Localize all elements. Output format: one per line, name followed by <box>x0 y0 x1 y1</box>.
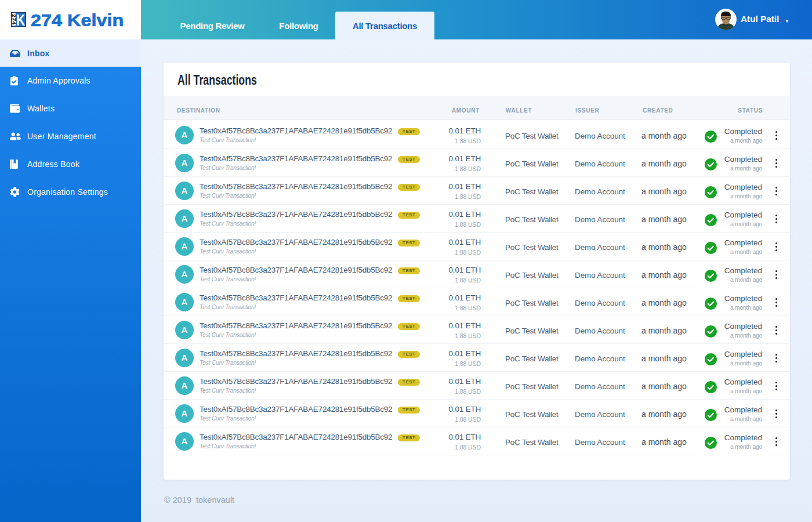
svg-text:K: K <box>16 12 25 27</box>
